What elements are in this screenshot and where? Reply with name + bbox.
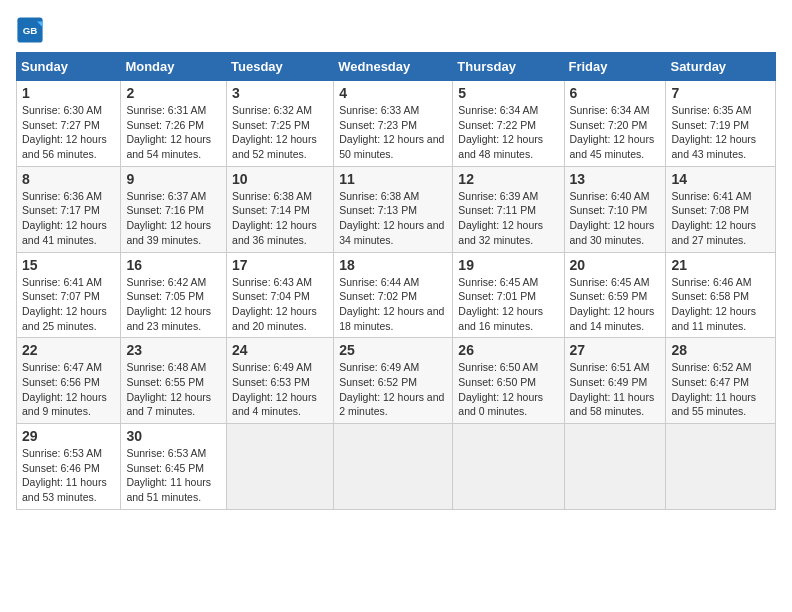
calendar-week-row: 22 Sunrise: 6:47 AM Sunset: 6:56 PM Dayl… — [17, 338, 776, 424]
calendar-cell: 4 Sunrise: 6:33 AM Sunset: 7:23 PM Dayli… — [334, 81, 453, 167]
svg-text:GB: GB — [23, 25, 38, 36]
logo: GB — [16, 16, 46, 44]
day-number: 25 — [339, 342, 447, 358]
day-info: Sunrise: 6:48 AM Sunset: 6:55 PM Dayligh… — [126, 360, 221, 419]
day-number: 8 — [22, 171, 115, 187]
day-number: 2 — [126, 85, 221, 101]
day-number: 15 — [22, 257, 115, 273]
day-number: 26 — [458, 342, 558, 358]
calendar-cell: 21 Sunrise: 6:46 AM Sunset: 6:58 PM Dayl… — [666, 252, 776, 338]
day-info: Sunrise: 6:49 AM Sunset: 6:52 PM Dayligh… — [339, 360, 447, 419]
calendar-cell: 20 Sunrise: 6:45 AM Sunset: 6:59 PM Dayl… — [564, 252, 666, 338]
day-number: 4 — [339, 85, 447, 101]
calendar-cell: 5 Sunrise: 6:34 AM Sunset: 7:22 PM Dayli… — [453, 81, 564, 167]
day-number: 13 — [570, 171, 661, 187]
calendar-cell: 10 Sunrise: 6:38 AM Sunset: 7:14 PM Dayl… — [227, 166, 334, 252]
day-info: Sunrise: 6:42 AM Sunset: 7:05 PM Dayligh… — [126, 275, 221, 334]
day-number: 9 — [126, 171, 221, 187]
page-header: GB — [16, 16, 776, 44]
day-info: Sunrise: 6:33 AM Sunset: 7:23 PM Dayligh… — [339, 103, 447, 162]
day-info: Sunrise: 6:50 AM Sunset: 6:50 PM Dayligh… — [458, 360, 558, 419]
column-header-saturday: Saturday — [666, 53, 776, 81]
calendar-cell: 24 Sunrise: 6:49 AM Sunset: 6:53 PM Dayl… — [227, 338, 334, 424]
day-info: Sunrise: 6:45 AM Sunset: 6:59 PM Dayligh… — [570, 275, 661, 334]
logo-icon: GB — [16, 16, 44, 44]
day-number: 11 — [339, 171, 447, 187]
calendar-cell: 19 Sunrise: 6:45 AM Sunset: 7:01 PM Dayl… — [453, 252, 564, 338]
day-number: 22 — [22, 342, 115, 358]
calendar-cell: 28 Sunrise: 6:52 AM Sunset: 6:47 PM Dayl… — [666, 338, 776, 424]
day-info: Sunrise: 6:44 AM Sunset: 7:02 PM Dayligh… — [339, 275, 447, 334]
calendar-cell — [453, 424, 564, 510]
calendar-week-row: 1 Sunrise: 6:30 AM Sunset: 7:27 PM Dayli… — [17, 81, 776, 167]
day-info: Sunrise: 6:32 AM Sunset: 7:25 PM Dayligh… — [232, 103, 328, 162]
day-number: 27 — [570, 342, 661, 358]
day-info: Sunrise: 6:34 AM Sunset: 7:20 PM Dayligh… — [570, 103, 661, 162]
day-number: 24 — [232, 342, 328, 358]
calendar-cell: 25 Sunrise: 6:49 AM Sunset: 6:52 PM Dayl… — [334, 338, 453, 424]
day-number: 6 — [570, 85, 661, 101]
day-number: 17 — [232, 257, 328, 273]
day-info: Sunrise: 6:38 AM Sunset: 7:14 PM Dayligh… — [232, 189, 328, 248]
day-info: Sunrise: 6:38 AM Sunset: 7:13 PM Dayligh… — [339, 189, 447, 248]
calendar-week-row: 15 Sunrise: 6:41 AM Sunset: 7:07 PM Dayl… — [17, 252, 776, 338]
column-header-thursday: Thursday — [453, 53, 564, 81]
day-number: 18 — [339, 257, 447, 273]
calendar-cell — [564, 424, 666, 510]
day-info: Sunrise: 6:52 AM Sunset: 6:47 PM Dayligh… — [671, 360, 770, 419]
calendar-cell: 29 Sunrise: 6:53 AM Sunset: 6:46 PM Dayl… — [17, 424, 121, 510]
column-header-friday: Friday — [564, 53, 666, 81]
day-info: Sunrise: 6:43 AM Sunset: 7:04 PM Dayligh… — [232, 275, 328, 334]
day-number: 7 — [671, 85, 770, 101]
calendar-cell: 18 Sunrise: 6:44 AM Sunset: 7:02 PM Dayl… — [334, 252, 453, 338]
day-number: 19 — [458, 257, 558, 273]
calendar-cell: 1 Sunrise: 6:30 AM Sunset: 7:27 PM Dayli… — [17, 81, 121, 167]
day-number: 30 — [126, 428, 221, 444]
calendar-cell: 2 Sunrise: 6:31 AM Sunset: 7:26 PM Dayli… — [121, 81, 227, 167]
day-info: Sunrise: 6:35 AM Sunset: 7:19 PM Dayligh… — [671, 103, 770, 162]
calendar-week-row: 8 Sunrise: 6:36 AM Sunset: 7:17 PM Dayli… — [17, 166, 776, 252]
column-header-sunday: Sunday — [17, 53, 121, 81]
day-number: 28 — [671, 342, 770, 358]
day-info: Sunrise: 6:53 AM Sunset: 6:46 PM Dayligh… — [22, 446, 115, 505]
day-info: Sunrise: 6:45 AM Sunset: 7:01 PM Dayligh… — [458, 275, 558, 334]
day-number: 16 — [126, 257, 221, 273]
calendar-header-row: SundayMondayTuesdayWednesdayThursdayFrid… — [17, 53, 776, 81]
calendar-table: SundayMondayTuesdayWednesdayThursdayFrid… — [16, 52, 776, 510]
calendar-cell: 17 Sunrise: 6:43 AM Sunset: 7:04 PM Dayl… — [227, 252, 334, 338]
day-number: 20 — [570, 257, 661, 273]
calendar-cell: 14 Sunrise: 6:41 AM Sunset: 7:08 PM Dayl… — [666, 166, 776, 252]
calendar-cell: 12 Sunrise: 6:39 AM Sunset: 7:11 PM Dayl… — [453, 166, 564, 252]
day-info: Sunrise: 6:41 AM Sunset: 7:08 PM Dayligh… — [671, 189, 770, 248]
calendar-cell — [227, 424, 334, 510]
calendar-cell: 26 Sunrise: 6:50 AM Sunset: 6:50 PM Dayl… — [453, 338, 564, 424]
day-info: Sunrise: 6:30 AM Sunset: 7:27 PM Dayligh… — [22, 103, 115, 162]
day-info: Sunrise: 6:40 AM Sunset: 7:10 PM Dayligh… — [570, 189, 661, 248]
calendar-cell: 3 Sunrise: 6:32 AM Sunset: 7:25 PM Dayli… — [227, 81, 334, 167]
day-info: Sunrise: 6:39 AM Sunset: 7:11 PM Dayligh… — [458, 189, 558, 248]
day-number: 23 — [126, 342, 221, 358]
day-number: 3 — [232, 85, 328, 101]
calendar-week-row: 29 Sunrise: 6:53 AM Sunset: 6:46 PM Dayl… — [17, 424, 776, 510]
day-info: Sunrise: 6:49 AM Sunset: 6:53 PM Dayligh… — [232, 360, 328, 419]
column-header-tuesday: Tuesday — [227, 53, 334, 81]
day-number: 5 — [458, 85, 558, 101]
calendar-cell — [666, 424, 776, 510]
calendar-cell: 22 Sunrise: 6:47 AM Sunset: 6:56 PM Dayl… — [17, 338, 121, 424]
calendar-cell: 30 Sunrise: 6:53 AM Sunset: 6:45 PM Dayl… — [121, 424, 227, 510]
day-info: Sunrise: 6:53 AM Sunset: 6:45 PM Dayligh… — [126, 446, 221, 505]
calendar-cell: 7 Sunrise: 6:35 AM Sunset: 7:19 PM Dayli… — [666, 81, 776, 167]
day-info: Sunrise: 6:47 AM Sunset: 6:56 PM Dayligh… — [22, 360, 115, 419]
calendar-cell: 16 Sunrise: 6:42 AM Sunset: 7:05 PM Dayl… — [121, 252, 227, 338]
calendar-cell — [334, 424, 453, 510]
day-info: Sunrise: 6:41 AM Sunset: 7:07 PM Dayligh… — [22, 275, 115, 334]
day-number: 14 — [671, 171, 770, 187]
calendar-cell: 15 Sunrise: 6:41 AM Sunset: 7:07 PM Dayl… — [17, 252, 121, 338]
day-number: 29 — [22, 428, 115, 444]
calendar-cell: 8 Sunrise: 6:36 AM Sunset: 7:17 PM Dayli… — [17, 166, 121, 252]
day-number: 12 — [458, 171, 558, 187]
calendar-cell: 11 Sunrise: 6:38 AM Sunset: 7:13 PM Dayl… — [334, 166, 453, 252]
calendar-cell: 23 Sunrise: 6:48 AM Sunset: 6:55 PM Dayl… — [121, 338, 227, 424]
day-number: 1 — [22, 85, 115, 101]
calendar-cell: 13 Sunrise: 6:40 AM Sunset: 7:10 PM Dayl… — [564, 166, 666, 252]
